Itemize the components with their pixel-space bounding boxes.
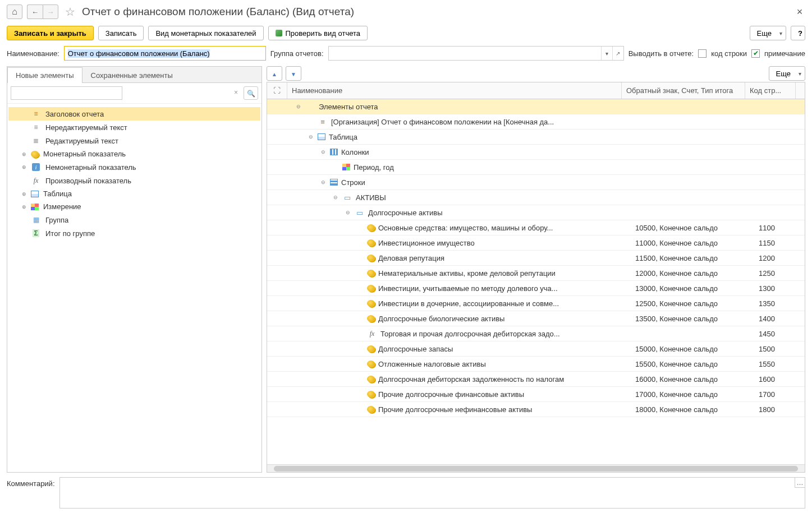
- element-item[interactable]: Группа: [8, 213, 260, 227]
- expand-icon[interactable]: ⊕: [21, 164, 27, 170]
- tree-toggle-icon[interactable]: ⊖: [320, 149, 327, 155]
- line-code-checkbox[interactable]: [698, 49, 707, 58]
- arrow-up-icon: [272, 70, 277, 78]
- home-button[interactable]: [7, 4, 22, 19]
- coins-icon: [367, 224, 375, 231]
- element-item[interactable]: Производный показатель: [8, 174, 260, 187]
- grid-row[interactable]: Прочие долгосрочные нефинансовые активы1…: [267, 402, 805, 417]
- section-icon: [355, 209, 365, 217]
- tab-new-elements[interactable]: Новые элементы: [7, 67, 82, 83]
- coins-icon: [367, 406, 375, 413]
- grid-row[interactable]: Прочие долгосрочные финансовые активы170…: [267, 387, 805, 402]
- element-item[interactable]: ⊕Измерение: [8, 200, 260, 213]
- line-code-label: код строки: [711, 49, 747, 58]
- monetary-view-button[interactable]: Вид монетарных показателей: [148, 26, 263, 40]
- save-close-button[interactable]: Записать и закрыть: [7, 26, 94, 40]
- element-item[interactable]: Редактируемый текст: [8, 134, 260, 147]
- coins-icon: [367, 300, 375, 307]
- group-select[interactable]: ▾ ↗: [328, 46, 624, 61]
- page-title: Отчет о финансовом положении (Баланс) (В…: [82, 6, 790, 18]
- coins-icon: [367, 239, 375, 246]
- tree-toggle-icon[interactable]: ⊖: [345, 210, 351, 215]
- group-dropdown-icon[interactable]: ▾: [601, 47, 612, 60]
- grid-row[interactable]: Деловая репутация11500, Конечное сальдо1…: [267, 251, 805, 266]
- comment-expand-icon[interactable]: …: [795, 478, 805, 488]
- element-item[interactable]: ⊕Монетарный показатель: [8, 147, 260, 160]
- row-name: Долгосрочная дебиторская задолженность п…: [378, 375, 564, 383]
- more-button[interactable]: Еще: [750, 26, 786, 40]
- grid-row[interactable]: ⊖Таблица: [267, 130, 805, 145]
- grid-row[interactable]: Долгосрочные биологические активы13500, …: [267, 311, 805, 326]
- row-code: 1100: [754, 224, 805, 232]
- element-item[interactable]: Заголовок отчета: [8, 107, 260, 121]
- elements-search-input[interactable]: [11, 86, 122, 100]
- search-button[interactable]: [244, 86, 258, 100]
- elements-panel: Новые элементы Сохраненные элементы × За…: [7, 66, 262, 473]
- grid-row[interactable]: Отложенные налоговые активы15500, Конечн…: [267, 357, 805, 372]
- back-button[interactable]: [27, 4, 43, 19]
- element-item[interactable]: ⊕Таблица: [8, 187, 260, 200]
- grid-row[interactable]: Инвестиции, учитываемые по методу долево…: [267, 281, 805, 296]
- grid-row[interactable]: Долгосрочные запасы15000, Конечное сальд…: [267, 341, 805, 357]
- expand-icon[interactable]: ⊕: [21, 204, 27, 210]
- row-account: 17000, Конечное сальдо: [631, 390, 754, 399]
- col-name[interactable]: Наименование: [287, 82, 622, 99]
- arrow-right-icon: [47, 8, 54, 16]
- grid-row[interactable]: Основные средства: имущество, машины и о…: [267, 220, 805, 235]
- element-item[interactable]: ⊕Немонетарный показатель: [8, 160, 260, 174]
- row-name: Элементы отчета: [319, 103, 378, 111]
- tab-saved-elements[interactable]: Сохраненные элементы: [82, 67, 181, 83]
- element-label: Группа: [45, 216, 68, 224]
- grid-row[interactable]: ⊖АКТИВЫ: [267, 190, 805, 205]
- tree-toggle-icon[interactable]: ⊖: [332, 195, 339, 200]
- grid-row[interactable]: Период, год: [267, 160, 805, 175]
- group-open-icon[interactable]: ↗: [612, 47, 623, 60]
- horizontal-scrollbar[interactable]: [267, 464, 805, 472]
- row-code: 1550: [754, 360, 805, 368]
- element-item[interactable]: Нередактируемый текст: [8, 121, 260, 134]
- grid-row[interactable]: Инвестиции в дочерние, ассоциированные и…: [267, 296, 805, 311]
- forward-button[interactable]: [43, 4, 58, 19]
- grid-row[interactable]: Долгосрочная дебиторская задолженность п…: [267, 372, 805, 387]
- tree-toggle-icon[interactable]: ⊖: [295, 104, 302, 109]
- row-name: Колонки: [341, 148, 369, 156]
- arrow-left-icon: [31, 8, 39, 16]
- expand-icon[interactable]: ⊕: [21, 151, 27, 158]
- row-name: [Организация] Отчет о финансовом положен…: [331, 118, 554, 126]
- save-button[interactable]: Записать: [98, 26, 144, 40]
- col-code[interactable]: Код стр...: [745, 82, 796, 99]
- grid-row[interactable]: [Организация] Отчет о финансовом положен…: [267, 114, 805, 130]
- name-input[interactable]: Отчет о финансовом положении (Баланс): [64, 46, 266, 61]
- col-reverse[interactable]: Обратный знак, Счет, Тип итога: [622, 82, 745, 99]
- grid-row[interactable]: Нематериальные активы, кроме деловой реп…: [267, 266, 805, 281]
- move-up-button[interactable]: [267, 66, 282, 81]
- grid-row[interactable]: ⊖Элементы отчета: [267, 99, 805, 114]
- grid-row[interactable]: Инвестиционное имущество11000, Конечное …: [267, 235, 805, 251]
- grid-row[interactable]: ⊖Колонки: [267, 145, 805, 160]
- row-code: 1450: [754, 330, 805, 338]
- group-input[interactable]: [329, 47, 601, 60]
- row-code: 1150: [754, 239, 805, 247]
- row-code: 1250: [754, 269, 805, 278]
- grid-row[interactable]: ⊖Долгосрочные активы: [267, 205, 805, 220]
- move-down-button[interactable]: [286, 66, 301, 81]
- coins-icon: [367, 255, 375, 261]
- structure-more-button[interactable]: Еще: [769, 66, 805, 81]
- tree-toggle-icon[interactable]: ⊖: [308, 134, 314, 140]
- help-button[interactable]: ?: [791, 26, 805, 40]
- close-button[interactable]: ×: [794, 6, 805, 18]
- element-item[interactable]: Итог по группе: [8, 227, 260, 240]
- note-checkbox[interactable]: ✔: [751, 49, 760, 58]
- check-report-button[interactable]: Проверить вид отчета: [268, 26, 368, 40]
- row-code: 1800: [754, 405, 805, 414]
- comment-label: Комментарий:: [7, 477, 55, 488]
- grid-config-button[interactable]: [267, 82, 287, 99]
- tree-toggle-icon[interactable]: ⊖: [320, 179, 327, 185]
- grid-row[interactable]: ⊖Строки: [267, 175, 805, 190]
- favorite-button[interactable]: [63, 4, 77, 19]
- expand-icon[interactable]: ⊕: [21, 191, 27, 197]
- comment-input[interactable]: …: [59, 477, 806, 509]
- grid-row[interactable]: Торговая и прочая долгосрочная дебиторск…: [267, 326, 805, 341]
- clear-search-icon[interactable]: ×: [234, 89, 238, 96]
- home-icon: [12, 7, 17, 17]
